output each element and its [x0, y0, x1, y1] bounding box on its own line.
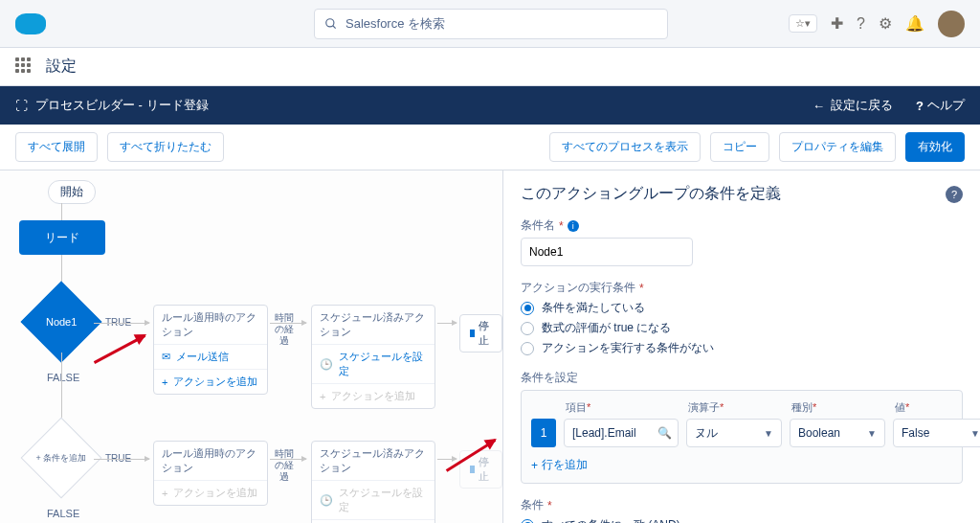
- scheduled-actions-card[interactable]: スケジュール済みアクション 🕒スケジュールを設定 +アクションを追加: [311, 305, 435, 409]
- help-icon[interactable]: ?: [857, 15, 865, 33]
- col-operator: 演算子*: [688, 400, 784, 415]
- immediate-actions-card[interactable]: ルール適用時のアクション ✉メール送信 +アクションを追加: [153, 305, 268, 395]
- favorites-button[interactable]: ☆▾: [789, 14, 817, 33]
- clock-icon: 🕒: [320, 358, 333, 371]
- col-type: 種別*: [791, 400, 887, 415]
- add-criteria-node[interactable]: + 条件を追加: [33, 429, 90, 487]
- process-toolbar: すべて展開 すべて折りたたむ すべてのプロセスを表示 コピー プロパティを編集 …: [0, 125, 980, 171]
- search-icon: [324, 17, 338, 31]
- operator-select[interactable]: ヌル▼: [686, 419, 782, 447]
- set-conditions-label: 条件を設定: [521, 370, 963, 386]
- value-select[interactable]: False▼: [893, 419, 980, 447]
- field-lookup[interactable]: [Lead].Email🔍: [564, 419, 679, 447]
- logic-opt-and[interactable]: すべての条件に一致 (AND): [521, 517, 963, 523]
- add-action-disabled: +アクションを追加: [312, 519, 434, 523]
- svg-line-1: [333, 25, 336, 28]
- card-title: スケジュール済みアクション: [312, 306, 434, 345]
- type-select[interactable]: Boolean▼: [790, 419, 885, 447]
- chevron-down-icon: ▼: [764, 428, 773, 439]
- notifications-icon[interactable]: 🔔: [905, 14, 924, 33]
- radio-icon: [521, 322, 534, 335]
- card-title: ルール適用時のアクション: [154, 442, 267, 481]
- connector: [437, 459, 457, 460]
- panel-title: このアクショングループの条件を定義: [521, 184, 781, 204]
- process-breadcrumb: プロセスビルダー - リード登録: [35, 97, 209, 114]
- mail-icon: ✉: [162, 351, 170, 363]
- set-schedule-disabled: 🕒スケジュールを設定: [312, 481, 434, 519]
- criteria-node-node1[interactable]: Node1: [33, 293, 90, 351]
- process-builder-header: ⛶ プロセスビルダー - リード登録 ← 設定に戻る ? ヘルプ: [0, 86, 980, 125]
- row-number: 1: [531, 419, 556, 447]
- annotation-arrow: [94, 334, 145, 364]
- false-label: FALSE: [47, 508, 79, 519]
- stop-node[interactable]: 停止: [459, 314, 502, 352]
- immediate-actions-card-inactive[interactable]: ルール適用時のアクション +アクションを追加: [153, 441, 268, 506]
- connector: [437, 323, 457, 324]
- connector: [94, 323, 149, 324]
- card-title: ルール適用時のアクション: [154, 306, 267, 345]
- main-split: 開始 リード Node1 TRUE FALSE ルール適用時のアクション ✉メー…: [0, 171, 980, 523]
- condition-logic-label: 条件*: [521, 497, 963, 513]
- svg-point-0: [326, 18, 334, 26]
- add-row-link[interactable]: +行を追加: [531, 457, 952, 473]
- global-add-icon[interactable]: ✚: [831, 14, 843, 33]
- plus-icon: +: [320, 391, 325, 402]
- setup-gear-icon[interactable]: ⚙: [879, 14, 892, 33]
- header-utility-icons: ☆▾ ✚ ? ⚙ 🔔: [789, 11, 965, 37]
- false-label: FALSE: [47, 372, 79, 383]
- info-icon[interactable]: i: [568, 220, 579, 232]
- connector: [61, 203, 62, 220]
- criteria-side-panel: このアクショングループの条件を定義 ? 条件名*i アクションの実行条件* 条件…: [502, 171, 980, 523]
- app-launcher-icon[interactable]: [15, 57, 34, 77]
- help-link[interactable]: ? ヘルプ: [916, 97, 965, 114]
- show-all-processes-button[interactable]: すべてのプロセスを表示: [549, 132, 701, 162]
- panel-help-icon[interactable]: ?: [946, 186, 963, 203]
- criteria-name-label: 条件名*i: [521, 217, 963, 234]
- start-node[interactable]: 開始: [48, 180, 96, 204]
- set-schedule-link[interactable]: 🕒スケジュールを設定: [312, 345, 434, 383]
- condition-row-1: 1 [Lead].Email🔍 ヌル▼ Boolean▼ False▼ ×: [531, 419, 952, 447]
- plus-icon: +: [162, 376, 167, 388]
- conditions-builder: 項目* 演算子* 種別* 値* 1 [Lead].Email🔍 ヌル▼ Bool…: [521, 390, 963, 484]
- radio-icon: [521, 519, 534, 524]
- back-to-setup-link[interactable]: ← 設定に戻る: [813, 97, 893, 114]
- criteria-name-input[interactable]: [521, 238, 693, 266]
- user-avatar[interactable]: [938, 11, 965, 37]
- exec-condition-label: アクションの実行条件*: [521, 280, 963, 296]
- card-title: スケジュール済みアクション: [312, 442, 434, 481]
- add-action-disabled: +アクションを追加: [312, 383, 434, 408]
- exec-opt-formula-true[interactable]: 数式の評価が true になる: [521, 320, 963, 336]
- chevron-down-icon: ▼: [970, 428, 980, 439]
- col-value: 値*: [895, 400, 980, 415]
- add-action-link[interactable]: +アクションを追加: [154, 369, 267, 394]
- copy-button[interactable]: コピー: [710, 132, 769, 162]
- connector: [270, 459, 306, 460]
- plus-icon: +: [531, 459, 538, 472]
- global-search[interactable]: Salesforce を検索: [314, 9, 668, 39]
- global-header: Salesforce を検索 ☆▾ ✚ ? ⚙ 🔔: [0, 0, 980, 48]
- radio-icon: [521, 342, 534, 355]
- add-action-disabled: +アクションを追加: [154, 481, 267, 505]
- object-node-lead[interactable]: リード: [19, 220, 105, 255]
- exec-opt-conditions-met[interactable]: 条件を満たしている: [521, 300, 963, 316]
- chevron-down-icon: ▼: [867, 428, 877, 439]
- activate-button[interactable]: 有効化: [905, 132, 965, 162]
- collapse-all-button[interactable]: すべて折りたたむ: [107, 132, 224, 162]
- col-field: 項目*: [566, 400, 680, 415]
- radio-icon: [521, 302, 534, 315]
- subheader-title: 設定: [46, 57, 77, 77]
- search-icon: 🔍: [657, 426, 672, 440]
- scheduled-actions-card-inactive[interactable]: スケジュール済みアクション 🕒スケジュールを設定 +アクションを追加: [311, 441, 435, 523]
- expand-icon[interactable]: ⛶: [15, 99, 28, 113]
- edit-properties-button[interactable]: プロパティを編集: [779, 132, 896, 162]
- app-subheader: 設定: [0, 48, 980, 86]
- expand-all-button[interactable]: すべて展開: [15, 132, 98, 162]
- time-elapsed-label: 時間の経過: [274, 312, 295, 347]
- action-mail-send[interactable]: ✉メール送信: [154, 345, 267, 369]
- stop-icon: [470, 330, 475, 337]
- time-elapsed-label: 時間の経過: [274, 448, 295, 483]
- salesforce-logo: [15, 13, 46, 34]
- search-placeholder: Salesforce を検索: [345, 15, 445, 33]
- connector: [270, 323, 306, 324]
- exec-opt-no-criteria[interactable]: アクションを実行する条件がない: [521, 340, 963, 356]
